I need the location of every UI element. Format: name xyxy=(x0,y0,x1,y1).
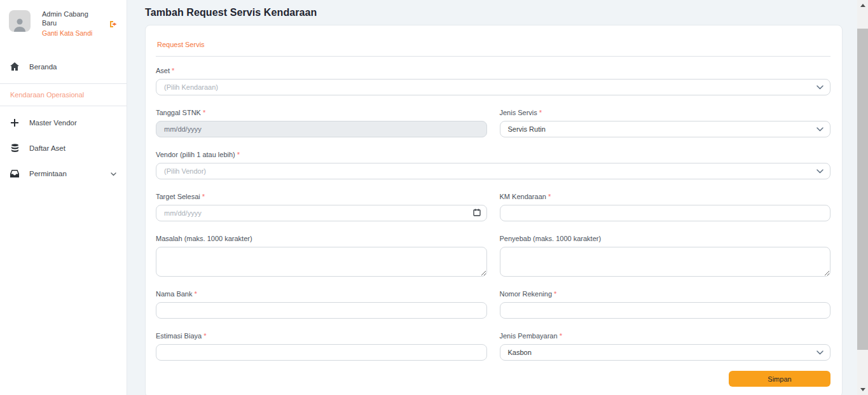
chevron-down-icon xyxy=(816,167,823,175)
sidebar-nav: Beranda Kendaraan Operasional Master Ven… xyxy=(0,54,127,186)
sidebar: Admin Cabang Baru Ganti Kata Sandi Beran… xyxy=(0,0,127,395)
plus-icon xyxy=(10,118,19,127)
form-card: Request Servis Aset * (Pilih Kendaraan) xyxy=(145,25,843,395)
required-mark: * xyxy=(237,151,240,158)
database-icon xyxy=(10,144,19,153)
sidebar-item-label: Daftar Aset xyxy=(29,144,65,152)
jenis-servis-select[interactable]: Servis Rutin xyxy=(500,121,831,137)
penyebab-textarea[interactable] xyxy=(500,247,831,277)
logout-icon[interactable] xyxy=(109,19,118,31)
km-kendaraan-input[interactable] xyxy=(500,205,831,221)
page-header: Tambah Request Servis Kendaraan xyxy=(127,0,857,25)
scrollbar-up-arrow[interactable] xyxy=(857,0,868,11)
estimasi-biaya-label: Estimasi Biaya * xyxy=(156,332,487,340)
aset-label: Aset * xyxy=(156,67,830,74)
jenis-pembayaran-label: Jenis Pembayaran * xyxy=(500,332,831,340)
vendor-select[interactable]: (Pilih Vendor) xyxy=(156,163,830,179)
save-button[interactable]: Simpan xyxy=(729,371,830,387)
chevron-down-icon xyxy=(111,170,116,177)
masalah-label: Masalah (maks. 1000 karakter) xyxy=(156,235,487,242)
sidebar-item-kendaraan-operasional[interactable]: Kendaraan Operasional xyxy=(0,83,127,106)
vendor-placeholder: (Pilih Vendor) xyxy=(164,167,206,175)
home-icon xyxy=(10,62,19,71)
km-kendaraan-label: KM Kendaraan * xyxy=(500,193,831,200)
required-mark: * xyxy=(539,109,542,116)
required-mark: * xyxy=(203,332,206,340)
nama-bank-input[interactable] xyxy=(156,302,487,319)
jenis-pembayaran-select[interactable]: Kasbon xyxy=(500,344,831,361)
required-mark: * xyxy=(202,193,205,200)
required-mark: * xyxy=(548,193,551,200)
page-title: Tambah Request Servis Kendaraan xyxy=(145,7,842,18)
tanggal-stnk-input xyxy=(156,121,487,137)
sidebar-item-permintaan[interactable]: Permintaan xyxy=(0,161,127,186)
profile-name: Admin Cabang Baru xyxy=(42,10,100,28)
estimasi-biaya-input[interactable] xyxy=(156,344,487,361)
sidebar-item-label: Kendaraan Operasional xyxy=(10,91,84,99)
avatar xyxy=(9,10,31,32)
sidebar-item-daftar-aset[interactable]: Daftar Aset xyxy=(0,135,127,161)
form-footer: Simpan xyxy=(156,367,830,389)
sidebar-item-label: Permintaan xyxy=(29,170,67,177)
person-icon xyxy=(13,17,27,32)
masalah-textarea[interactable] xyxy=(156,247,487,277)
required-mark: * xyxy=(554,290,556,298)
jenis-servis-value: Servis Rutin xyxy=(508,125,546,133)
required-mark: * xyxy=(172,67,174,74)
inbox-icon xyxy=(10,169,19,178)
scrollbar-down-arrow[interactable] xyxy=(857,384,868,395)
chevron-down-icon xyxy=(816,125,823,133)
target-selesai-input[interactable] xyxy=(156,205,487,221)
required-mark: * xyxy=(195,290,197,298)
profile-text: Admin Cabang Baru Ganti Kata Sandi xyxy=(42,10,100,38)
tanggal-stnk-label: Tanggal STNK * xyxy=(156,109,487,116)
main-content: Tambah Request Servis Kendaraan Request … xyxy=(127,0,857,395)
tab-row: Request Servis xyxy=(156,34,830,57)
change-password-link[interactable]: Ganti Kata Sandi xyxy=(42,29,100,38)
tab-request-servis[interactable]: Request Servis xyxy=(157,41,205,48)
required-mark: * xyxy=(203,109,205,116)
required-mark: * xyxy=(560,332,562,340)
nomor-rekening-label: Nomor Rekening * xyxy=(500,290,831,298)
nama-bank-label: Nama Bank * xyxy=(156,290,487,298)
target-selesai-label: Target Selesai * xyxy=(156,193,487,200)
chevron-down-icon xyxy=(816,349,823,356)
user-profile: Admin Cabang Baru Ganti Kata Sandi xyxy=(0,0,127,44)
sidebar-item-beranda[interactable]: Beranda xyxy=(0,54,127,80)
nomor-rekening-input[interactable] xyxy=(500,302,831,319)
scrollbar-thumb[interactable] xyxy=(857,29,868,350)
request-servis-form: Aset * (Pilih Kendaraan) Tanggal STNK * xyxy=(156,67,830,389)
app-root: Admin Cabang Baru Ganti Kata Sandi Beran… xyxy=(0,0,868,395)
aset-select[interactable]: (Pilih Kendaraan) xyxy=(156,79,830,95)
jenis-pembayaran-value: Kasbon xyxy=(508,349,532,356)
aset-placeholder: (Pilih Kendaraan) xyxy=(164,83,218,91)
vendor-label: Vendor (pilih 1 atau lebih) * xyxy=(156,151,830,158)
chevron-down-icon xyxy=(816,83,823,91)
sidebar-item-label: Beranda xyxy=(29,63,57,71)
sidebar-item-master-vendor[interactable]: Master Vendor xyxy=(0,110,127,135)
penyebab-label: Penyebab (maks. 1000 karakter) xyxy=(500,235,831,242)
jenis-servis-label: Jenis Servis * xyxy=(500,109,831,116)
calendar-icon[interactable] xyxy=(473,207,481,219)
vertical-scrollbar[interactable] xyxy=(857,0,868,395)
sidebar-item-label: Master Vendor xyxy=(29,119,77,127)
